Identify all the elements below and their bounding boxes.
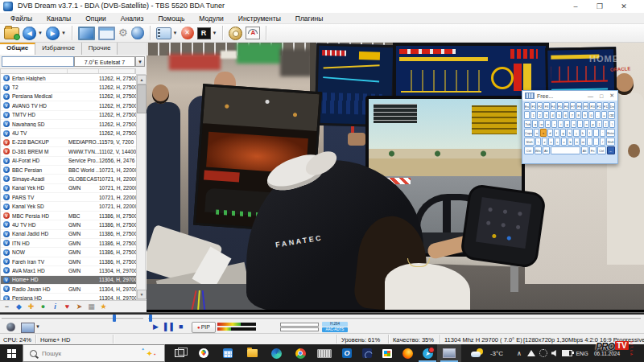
maximize-button[interactable]: ❐ [591, 1, 609, 12]
collapse-icon[interactable]: − [2, 302, 12, 311]
back-icon[interactable]: ◀▼ [23, 25, 43, 41]
recordings-icon[interactable]: ▼ [156, 25, 178, 41]
osk-key[interactable]: x [548, 138, 554, 146]
osk-key[interactable]: ` [524, 111, 530, 119]
osk-key[interactable]: s [540, 129, 546, 137]
menu-item[interactable]: Файлы [3, 14, 39, 23]
channel-row[interactable]: VPARS TV10721, H, 22000 [1, 193, 136, 202]
speaker-icon[interactable] [549, 344, 560, 362]
osk-key[interactable]: h [567, 129, 572, 137]
osk-key[interactable]: m [580, 138, 586, 146]
osk-key[interactable]: Win [535, 146, 542, 154]
osk-key[interactable]: 1 [530, 111, 536, 119]
onscreen-keyboard-window[interactable]: Free... — □ ✕ EscF1F2F3F4F5F6F7F8F9F10F1… [522, 90, 618, 164]
osk-key[interactable]: Fn [589, 146, 597, 154]
osk-key[interactable]: [ [597, 120, 602, 128]
record-icon[interactable]: R▼ [197, 25, 217, 41]
osk-key[interactable]: F5 [557, 102, 563, 110]
osk-key[interactable]: 5 [556, 111, 562, 119]
osk-key[interactable]: d [547, 129, 553, 137]
volume-slider[interactable] [280, 323, 319, 327]
channel-row[interactable]: V4U TV HDGMN11386, H, 27500 [1, 220, 136, 229]
osk-key[interactable]: q [532, 120, 538, 128]
menu-item[interactable]: Плагины [288, 14, 330, 23]
channel-row[interactable]: VE-228 BACKUPMEDIAPRO...11579, V, 7200 [1, 138, 136, 147]
forward-icon[interactable]: ▶▼ [46, 25, 66, 41]
bird-icon[interactable]: ➤ [74, 302, 85, 311]
satellite-select[interactable]: 7.0°E Eutelsat 7 [74, 56, 135, 67]
osk-key[interactable]: Alt [581, 146, 588, 154]
menu-item[interactable]: Каналы [39, 14, 78, 23]
scroll-up-icon[interactable]: ▲ [137, 75, 147, 84]
osk-key[interactable]: t [558, 120, 564, 128]
channel-row[interactable]: V4U TV11262, H, 27500 [1, 129, 136, 138]
osk-key[interactable]: 8 [576, 111, 581, 119]
osk-key[interactable]: ' [600, 129, 605, 137]
osk-key[interactable]: 9 [582, 111, 588, 119]
osk-maximize-button[interactable]: □ [597, 93, 606, 99]
osk-key[interactable]: Ctrl [524, 146, 534, 154]
osk-key[interactable]: F8 [576, 102, 582, 110]
search-input[interactable] [40, 349, 108, 358]
balance-slider[interactable] [280, 327, 319, 331]
osk-key[interactable]: = [601, 111, 607, 119]
osk-key[interactable]: F2 [537, 102, 543, 110]
channel-row[interactable]: VKanal Yek HDGMN10721, H, 22000 [1, 184, 136, 193]
file-explorer-icon[interactable] [240, 344, 264, 362]
osk-key[interactable]: - [595, 111, 601, 119]
osk-key[interactable]: n [574, 138, 580, 146]
key-icon[interactable]: ★ [98, 302, 109, 311]
wifi-icon[interactable] [526, 344, 537, 362]
pip-button[interactable]: PIP [192, 322, 216, 333]
channel-row[interactable]: VTMTV HD11262, H, 27500 [1, 111, 136, 120]
osk-key[interactable]: a [534, 129, 539, 137]
chrome-icon[interactable] [288, 344, 312, 362]
panel-slider-track[interactable] [2, 318, 143, 319]
renderer-caret-icon[interactable]: ▼ [35, 324, 40, 329]
satellite-select-caret-icon[interactable]: ▼ [135, 56, 145, 67]
menu-item[interactable]: Анализ [114, 14, 151, 23]
channel-row[interactable]: VRadio Javan HDGMN11304, H, 29700 [1, 285, 136, 294]
osk-key[interactable]: F12 [603, 102, 609, 110]
osk-key[interactable]: Caps [524, 129, 533, 137]
taskbar-search[interactable]: ✦ [23, 344, 165, 362]
channel-row[interactable]: VMBC Persia HDMBC11386, H, 27500 [1, 212, 136, 220]
osk-key[interactable]: Esc [524, 102, 530, 110]
edge-icon[interactable] [264, 344, 288, 362]
minimize-button[interactable]: – [567, 1, 584, 12]
osk-key[interactable]: F4 [551, 102, 556, 110]
play-button[interactable]: ▶ [153, 323, 159, 331]
video-window-icon[interactable] [78, 25, 95, 41]
channel-row[interactable]: VFareh Iran TVGMN11386, H, 27500 [1, 257, 136, 266]
osk-key[interactable]: p [590, 120, 596, 128]
osk-key[interactable]: ; [593, 129, 599, 137]
channel-row[interactable]: VD-381 BREM MWWW.TVN...11102, V, 14400 [1, 147, 136, 156]
osk-key[interactable]: F1 [530, 102, 536, 110]
osk-key[interactable]: \ [535, 138, 541, 146]
channel-row[interactable]: VT211262, H, 27500 [1, 83, 136, 92]
scan-globe-icon[interactable] [131, 25, 144, 41]
osk-key[interactable]: z [542, 138, 547, 146]
channel-row[interactable]: VNOWGMN11386, H, 27500 [1, 248, 136, 257]
dvb-dream-app-icon[interactable] [437, 344, 461, 362]
seek-slider-track[interactable] [148, 318, 641, 319]
favorites-icon[interactable]: ✚ [26, 302, 36, 311]
channel-row[interactable]: VErfan Halgheh11262, H, 27500 [1, 74, 136, 83]
osk-key[interactable]: . [593, 138, 599, 146]
osk-titlebar[interactable]: Free... — □ ✕ [522, 91, 617, 101]
seek-slider-thumb[interactable] [149, 315, 152, 322]
osk-key[interactable]: F9 [583, 102, 588, 110]
menu-item[interactable]: Помощь [151, 14, 192, 23]
renderer-monitor-icon[interactable] [21, 323, 35, 333]
channel-list-scrollbar[interactable]: ▲ ▼ [136, 74, 146, 300]
channel-row[interactable]: VKanal Yek SD10721, H, 22000 [1, 202, 136, 211]
channel-row[interactable]: VNavahang SD11262, H, 27500 [1, 120, 136, 129]
weather-temp[interactable]: -3°C [486, 344, 507, 362]
osk-key[interactable]: i [577, 120, 583, 128]
osk-key[interactable]: F7 [570, 102, 576, 110]
osk-minimize-button[interactable]: — [584, 93, 597, 99]
osk-key[interactable]: b [568, 138, 573, 146]
sort-icon[interactable]: ◆ [14, 302, 24, 311]
osk-key[interactable]: k [580, 129, 586, 137]
channel-row[interactable]: VAVANG TV HD11262, H, 27500 [1, 101, 136, 110]
